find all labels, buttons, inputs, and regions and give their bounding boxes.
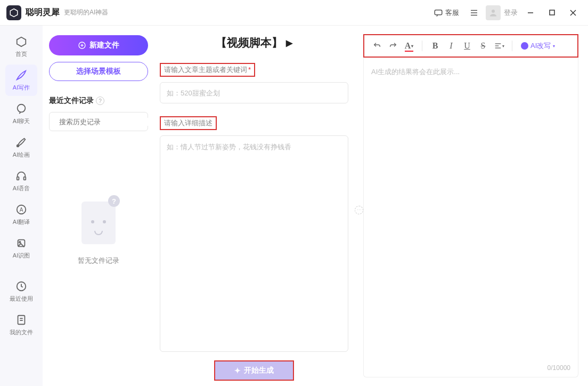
history-icon	[15, 280, 28, 293]
file-icon	[15, 313, 28, 326]
sidebar: 首页 AI写作 AI聊天 AI绘画 AI语音 A AI翻译 AI识图	[0, 26, 43, 386]
search-box[interactable]	[49, 112, 148, 131]
app-brand: 聪明灵犀	[26, 7, 60, 18]
editor-toolbar: A▾ B I U S ▾ AI改写 ▾	[363, 34, 578, 58]
search-input[interactable]	[59, 118, 149, 126]
window-maximize[interactable]	[543, 5, 560, 20]
svg-point-11	[18, 104, 26, 112]
undo-button[interactable]	[370, 38, 385, 53]
detail-textarea[interactable]	[160, 135, 348, 352]
image-icon	[15, 237, 28, 250]
close-icon	[570, 10, 576, 16]
italic-button[interactable]: I	[444, 38, 459, 53]
underline-button[interactable]: U	[460, 38, 475, 53]
svg-rect-14	[24, 177, 26, 180]
output-column: A▾ B I U S ▾ AI改写 ▾ AI生成的结果将会在此展示... 0/1…	[359, 26, 588, 386]
menu-button[interactable]	[467, 5, 481, 20]
play-icon[interactable]: ▶	[286, 38, 292, 48]
generate-button[interactable]: ✦ 开始生成	[214, 360, 294, 381]
topic-label: 请输入文章主题或者关键词*	[160, 63, 255, 77]
minimize-icon	[527, 10, 534, 16]
titlebar: 聪明灵犀 更聪明的AI神器 客服 登录	[0, 0, 588, 26]
page-title: 【视频脚本】 ▶	[160, 35, 348, 50]
user-icon	[488, 8, 498, 18]
main-container: 首页 AI写作 AI聊天 AI绘画 AI语音 A AI翻译 AI识图	[0, 26, 588, 386]
brush-icon	[15, 136, 28, 149]
detail-label: 请输入详细描述	[160, 116, 217, 130]
nav-myfiles[interactable]: 我的文件	[5, 309, 37, 341]
window-close[interactable]	[565, 5, 582, 20]
svg-rect-13	[17, 177, 19, 180]
nav-ai-voice[interactable]: AI语音	[5, 165, 37, 197]
empty-state: ? 暂无文件记录	[49, 195, 148, 266]
help-icon[interactable]: ?	[96, 96, 104, 105]
nav-ai-translate[interactable]: A AI翻译	[5, 199, 37, 230]
window-minimize[interactable]	[522, 5, 539, 20]
headphones-icon	[15, 170, 28, 182]
nav-home[interactable]: 首页	[5, 31, 37, 62]
chat-icon	[434, 8, 443, 18]
svg-point-17	[19, 242, 21, 243]
svg-marker-0	[10, 9, 18, 17]
svg-marker-10	[17, 37, 26, 46]
redo-button[interactable]	[386, 38, 401, 53]
ai-dot-icon	[521, 42, 528, 50]
nav-ai-draw[interactable]: AI绘画	[5, 132, 37, 163]
empty-doc-icon: ?	[77, 195, 120, 248]
align-button[interactable]: ▾	[492, 38, 507, 53]
hamburger-icon	[469, 8, 479, 18]
svg-rect-7	[550, 10, 554, 15]
input-column: 【视频脚本】 ▶ 请输入文章主题或者关键词* 请输入详细描述 ✦ 开始生成 ⋯	[154, 26, 359, 386]
choose-template-button[interactable]: 选择场景模板	[49, 62, 148, 81]
sparkle-icon: ✦	[234, 366, 241, 375]
app-tagline: 更聪明的AI神器	[64, 8, 108, 17]
svg-text:A: A	[20, 207, 23, 213]
output-area[interactable]: AI生成的结果将会在此展示... 0/10000	[363, 58, 578, 377]
chat-icon	[15, 102, 28, 115]
files-column: 新建文件 选择场景模板 最近文件记录 ? ? 暂无文件记录	[43, 26, 154, 386]
topic-input[interactable]	[160, 82, 348, 103]
history-header: 最近文件记录 ?	[49, 96, 148, 106]
new-file-button[interactable]: 新建文件	[49, 35, 148, 55]
resize-handle[interactable]: ⋯	[355, 206, 363, 214]
home-icon	[15, 35, 28, 48]
bold-button[interactable]: B	[428, 38, 443, 53]
maximize-icon	[549, 10, 555, 15]
nav-recent[interactable]: 最近使用	[5, 276, 37, 307]
ai-rewrite-button[interactable]: AI改写 ▾	[518, 41, 558, 51]
redo-icon	[389, 42, 397, 50]
undo-icon	[373, 42, 381, 50]
customer-service-button[interactable]: 客服	[429, 6, 463, 20]
login-text[interactable]: 登录	[504, 8, 518, 18]
plus-circle-icon	[78, 41, 86, 50]
app-logo	[6, 5, 21, 20]
nav-ai-chat[interactable]: AI聊天	[5, 98, 37, 130]
svg-point-5	[492, 10, 495, 13]
output-placeholder: AI生成的结果将会在此展示...	[371, 68, 460, 76]
quill-icon	[15, 69, 28, 82]
svg-rect-1	[435, 10, 442, 14]
avatar-placeholder[interactable]	[486, 5, 501, 20]
strikethrough-button[interactable]: S	[476, 38, 491, 53]
char-counter: 0/10000	[548, 364, 570, 372]
nav-ai-writing[interactable]: AI写作	[5, 65, 37, 96]
translate-icon: A	[15, 203, 28, 216]
nav-ai-image[interactable]: AI识图	[5, 232, 37, 264]
align-icon	[494, 42, 502, 50]
font-color-button[interactable]: A▾	[402, 38, 416, 53]
